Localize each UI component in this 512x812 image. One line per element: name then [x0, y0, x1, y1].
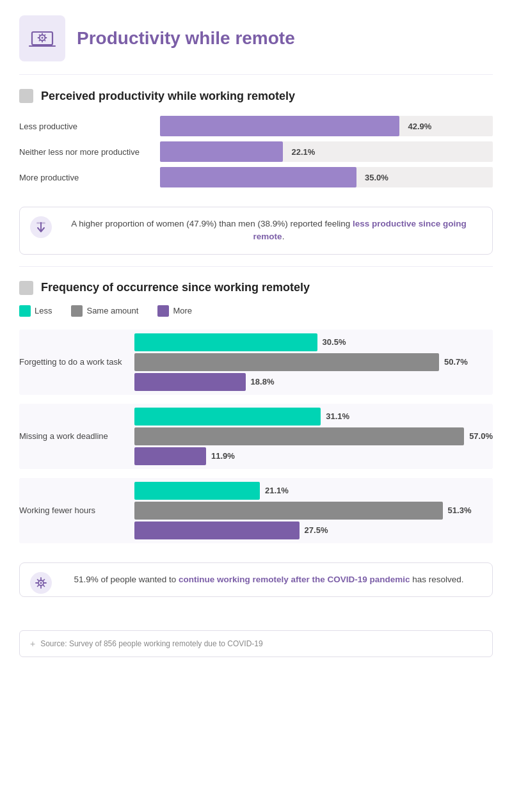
section2-header: Frequency of occurrence since working re… — [0, 269, 512, 301]
insight-text-1: A higher proportion of women (47.9%) tha… — [58, 218, 479, 244]
freq-label-forgetting: Forgetting to do a work task — [19, 330, 134, 395]
svg-line-9 — [44, 40, 45, 40]
freq-bars-deadline: 31.1% 57.0% 11.9% — [134, 404, 493, 469]
freq-pct-forgetting-same: 50.7% — [444, 357, 468, 367]
freq-pct-forgetting-less: 30.5% — [323, 337, 346, 347]
insight-text-before-1: A higher proportion of women (47.9%) tha… — [71, 219, 353, 228]
header-icon-box — [19, 15, 65, 61]
insight-icon-2 — [30, 572, 52, 594]
legend-item-more: More — [157, 305, 192, 317]
svg-line-19 — [38, 579, 39, 580]
freq-pct-deadline-more: 11.9% — [211, 451, 235, 461]
freq-bar-hours-same: 51.3% — [134, 502, 493, 520]
freq-bar-deadline-same: 57.0% — [134, 427, 493, 445]
insight-text-2: 51.9% of people wanted to continue worki… — [58, 573, 479, 586]
freq-bars-hours: 21.1% 51.3% 27.5% — [134, 478, 493, 543]
legend: Less Same amount More — [0, 301, 512, 324]
bar-label-neither: Neither less nor more productive — [19, 147, 160, 157]
section1-title: Perceived productivity while working rem… — [41, 90, 295, 103]
legend-label-less: Less — [35, 306, 52, 315]
freq-pct-hours-more: 27.5% — [305, 525, 328, 535]
insight-box-2: 51.9% of people wanted to continue worki… — [19, 562, 493, 597]
bar-pct-less-productive: 42.9% — [408, 122, 432, 131]
legend-dot-less — [19, 305, 31, 317]
svg-line-20 — [43, 585, 44, 586]
freq-label-hours: Working fewer hours — [19, 478, 134, 543]
arrow-down-icon — [35, 221, 47, 234]
freq-group-deadline: Missing a work deadline 31.1% 57.0% 11.9… — [19, 404, 493, 469]
bar-row-more-productive: More productive 35.0% — [19, 166, 493, 189]
insight-box-1: A higher proportion of women (47.9%) tha… — [19, 207, 493, 255]
freq-bar-forgetting-less: 30.5% — [134, 333, 493, 351]
bar-track-less-productive: 42.9% — [160, 116, 493, 136]
legend-item-less: Less — [19, 305, 52, 317]
section1-header: Perceived productivity while working rem… — [0, 77, 512, 109]
svg-line-8 — [39, 35, 40, 35]
freq-bar-deadline-more: 11.9% — [134, 447, 493, 465]
freq-fill-hours-less — [134, 482, 260, 500]
legend-dot-same — [71, 305, 83, 317]
bar-pct-neither: 22.1% — [292, 147, 316, 157]
bar-fill-less-productive: 42.9% — [160, 116, 399, 136]
divider-2 — [19, 266, 493, 267]
freq-bar-hours-more: 27.5% — [134, 521, 493, 539]
bar-row-less-productive: Less productive 42.9% — [19, 115, 493, 138]
section1-color-indicator — [19, 89, 33, 103]
freq-fill-hours-same — [134, 502, 443, 520]
footer: + Source: Survey of 856 people working r… — [19, 630, 493, 657]
divider-1 — [19, 74, 493, 75]
freq-fill-hours-more — [134, 521, 300, 539]
legend-label-more: More — [173, 306, 192, 315]
insight-text-before-2: 51.9% of people wanted to — [74, 575, 179, 584]
insight-text-after-1: . — [282, 232, 285, 241]
legend-item-same: Same amount — [71, 305, 138, 317]
spacer — [0, 609, 512, 620]
freq-bars-forgetting: 30.5% 50.7% 18.8% — [134, 330, 493, 395]
svg-point-3 — [42, 37, 44, 39]
freq-pct-deadline-same: 57.0% — [469, 431, 493, 441]
freq-bar-forgetting-more: 18.8% — [134, 373, 493, 391]
freq-fill-deadline-more — [134, 447, 206, 465]
freq-pct-deadline-less: 31.1% — [326, 411, 349, 421]
insight-text-bold-2: continue working remotely after the COVI… — [179, 575, 410, 584]
page-title: Productivity while remote — [77, 28, 295, 49]
freq-fill-deadline-same — [134, 427, 464, 445]
svg-line-10 — [44, 35, 45, 35]
freq-pct-hours-less: 21.1% — [265, 486, 289, 495]
bar-track-neither: 22.1% — [160, 141, 493, 162]
footer-plus: + — [30, 639, 35, 649]
freq-pct-hours-same: 51.3% — [448, 506, 472, 515]
section2-color-indicator — [19, 281, 33, 295]
insight-text-after-2: has resolved. — [410, 575, 464, 584]
bar-label-less-productive: Less productive — [19, 122, 160, 131]
svg-line-11 — [39, 40, 40, 40]
bar-track-more-productive: 35.0% — [160, 167, 493, 187]
legend-dot-more — [157, 305, 169, 317]
freq-label-deadline: Missing a work deadline — [19, 404, 134, 469]
gear-icon-insight — [34, 576, 48, 590]
svg-rect-12 — [36, 222, 45, 224]
bar-label-more-productive: More productive — [19, 173, 160, 182]
svg-line-22 — [38, 585, 39, 586]
freq-fill-forgetting-same — [134, 353, 439, 371]
bar-row-neither: Neither less nor more productive 22.1% — [19, 140, 493, 163]
freq-chart: Forgetting to do a work task 30.5% 50.7%… — [0, 324, 512, 555]
freq-group-hours: Working fewer hours 21.1% 51.3% 27.5% — [19, 478, 493, 543]
freq-fill-forgetting-less — [134, 333, 317, 351]
svg-point-14 — [40, 582, 42, 584]
svg-line-21 — [43, 579, 44, 580]
freq-bar-deadline-less: 31.1% — [134, 408, 493, 426]
bar-fill-neither: 22.1% — [160, 141, 283, 162]
freq-bar-forgetting-same: 50.7% — [134, 353, 493, 371]
legend-label-same: Same amount — [86, 306, 138, 315]
freq-fill-forgetting-more — [134, 373, 246, 391]
footer-text: Source: Survey of 856 people working rem… — [40, 639, 263, 648]
bar-fill-more-productive: 35.0% — [160, 167, 356, 187]
insight-icon-1 — [30, 216, 52, 238]
section2-title: Frequency of occurrence since working re… — [41, 281, 310, 294]
freq-fill-deadline-less — [134, 408, 321, 426]
bar-pct-more-productive: 35.0% — [365, 173, 388, 182]
header: Productivity while remote — [0, 0, 512, 72]
freq-group-forgetting: Forgetting to do a work task 30.5% 50.7%… — [19, 330, 493, 395]
section1-chart: Less productive 42.9% Neither less nor m… — [0, 109, 512, 199]
